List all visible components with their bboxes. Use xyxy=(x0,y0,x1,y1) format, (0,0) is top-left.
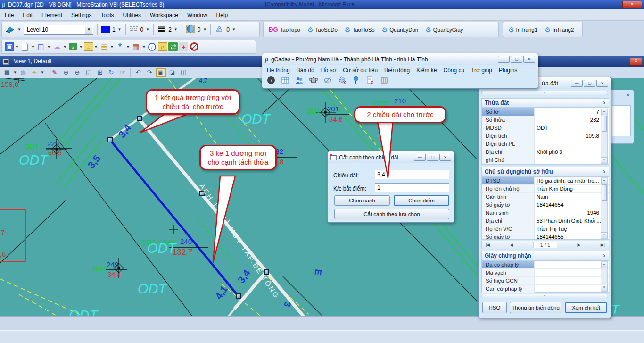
view-attributes-caret-icon[interactable]: ▼ xyxy=(13,70,17,75)
table-row[interactable]: Số tờ7 xyxy=(482,108,609,116)
scrollbar[interactable]: ▲▼ xyxy=(601,109,608,164)
table-row[interactable]: MDSDODT xyxy=(482,124,609,132)
priority-caret-icon[interactable]: ▼ xyxy=(232,27,236,32)
brightness-caret-icon[interactable]: ▼ xyxy=(41,70,44,75)
no-entry-icon[interactable] xyxy=(189,42,199,52)
panel-close-button[interactable]: ✕ xyxy=(596,80,608,87)
taotopo-button[interactable]: ĐGTaoTopo xyxy=(266,25,303,34)
find-icon[interactable]: * xyxy=(115,42,125,52)
line-style-icon[interactable] xyxy=(130,25,138,34)
table-row[interactable]: Địa chỉKhối phố 3 xyxy=(482,148,609,156)
zoom-in-icon[interactable]: ⊕ xyxy=(61,68,71,77)
level-combo[interactable]: Level 10 ▼ xyxy=(24,25,93,35)
menu-workspace[interactable]: Workspace xyxy=(150,12,178,18)
file-caret-icon[interactable]: ▼ xyxy=(31,45,35,49)
gcadas-menu-he-thong[interactable]: Hệ thống xyxy=(267,67,290,74)
new-file-icon[interactable] xyxy=(20,42,30,52)
section-header-thua-dat[interactable]: Thửa đất« xyxy=(481,98,609,108)
vertex-handle[interactable] xyxy=(236,293,241,299)
gcadas-menu-kiem-ke[interactable]: Kiểm kê xyxy=(416,67,437,74)
table-row[interactable]: Địa chỉ53 Phan Đình Giót, Khối ... xyxy=(482,217,609,225)
dialog-minimize-button[interactable]: — xyxy=(414,154,426,161)
quanlygiay-button[interactable]: ⚙QuanLyGiay xyxy=(423,25,465,35)
explorer-icon[interactable]: ⌕ xyxy=(158,42,167,51)
pager-next-button[interactable]: ▶ xyxy=(577,243,580,247)
transparency-icon[interactable] xyxy=(186,25,195,35)
collapse-chevron-icon[interactable]: « xyxy=(601,101,608,105)
menu-help[interactable]: Help xyxy=(216,12,228,18)
map-icon[interactable]: ▦ xyxy=(131,42,141,52)
brightness-icon[interactable]: ☀ xyxy=(29,68,40,77)
color-swatch[interactable] xyxy=(101,26,110,33)
info-icon[interactable]: i xyxy=(267,76,275,86)
fit-view-icon[interactable]: ⊞ xyxy=(95,68,105,77)
pager-prev-button[interactable]: ◀ xyxy=(510,243,513,247)
update-view-icon[interactable]: ✎ xyxy=(50,68,60,77)
print-organizer-icon[interactable]: ☁ xyxy=(52,42,62,52)
table-row[interactable]: Mã vạch xyxy=(482,269,609,277)
gcadas-maximize-button[interactable]: ▢ xyxy=(511,56,522,63)
chieu-dai-input[interactable]: 3,4 xyxy=(375,170,449,179)
quanlydon-button[interactable]: ⚙QuanLyDon xyxy=(380,25,421,35)
accusnap-icon[interactable]: + xyxy=(179,42,188,51)
saved-views-icon[interactable]: ▲ xyxy=(68,42,78,52)
document-delete-icon[interactable]: x xyxy=(366,76,374,86)
models-caret-icon[interactable]: ▼ xyxy=(15,45,19,49)
level-combo-caret-icon[interactable]: ▼ xyxy=(85,25,92,34)
window-caret-icon[interactable]: ▼ xyxy=(47,45,51,49)
taosodo-button[interactable]: ⚙TaoSoDo xyxy=(305,25,340,35)
vertex-handle[interactable] xyxy=(107,137,113,142)
copy-view-icon[interactable]: ▣ xyxy=(156,68,166,77)
print-caret-icon[interactable]: ▼ xyxy=(63,45,67,49)
vertex-handle[interactable] xyxy=(137,116,142,121)
menu-edit[interactable]: Edit xyxy=(23,12,33,18)
table-row[interactable]: Số hiệu GCN xyxy=(482,277,609,285)
exchange-icon[interactable]: ⇄ xyxy=(168,42,178,51)
table-row[interactable]: Họ tên chủ hộTrần Kim Đồng xyxy=(482,185,609,193)
active-element-icon[interactable] xyxy=(5,25,15,35)
menu-file[interactable]: File xyxy=(5,12,14,18)
gcadas-minimize-button[interactable]: — xyxy=(498,56,510,63)
levels-icon[interactable]: ≣ xyxy=(99,42,109,52)
gcadas-menu-co-so-du-lieu[interactable]: Cơ sở dữ liệu xyxy=(343,67,378,74)
close-button[interactable]: ✕ xyxy=(622,1,642,8)
collapse-chevron-icon[interactable]: « xyxy=(601,254,608,258)
references-icon[interactable]: ≡ xyxy=(84,42,93,51)
references-caret-icon[interactable]: ▼ xyxy=(94,45,98,49)
pin-icon[interactable] xyxy=(352,76,360,86)
close-icon[interactable]: ✕ xyxy=(626,92,630,98)
dialog-close-button[interactable]: ✕ xyxy=(439,154,451,161)
section-header-chu-su-dung[interactable]: Chủ sử dụng/chủ sở hữu« xyxy=(481,167,609,176)
chon-diem-button[interactable]: Chọn điểm xyxy=(394,195,449,206)
table-row[interactable]: Năm sinh1946 xyxy=(482,209,609,217)
layers-delete-icon[interactable]: x xyxy=(338,76,346,86)
menu-settings[interactable]: Settings xyxy=(71,12,91,18)
cat-canh-theo-lua-chon-button[interactable]: Cắt cạnh theo lựa chọn xyxy=(334,209,449,219)
eye-off-icon[interactable] xyxy=(323,76,332,86)
collapse-chevron-icon[interactable]: « xyxy=(601,170,608,174)
line-style-caret-icon[interactable]: ▼ xyxy=(146,27,149,32)
panel-collapse-grip[interactable]: ▲ xyxy=(481,91,608,95)
taohoso-button[interactable]: ⚙TaoHoSo xyxy=(342,25,377,35)
gcadas-menu-cong-cu[interactable]: Công cụ xyxy=(444,67,465,74)
line-weight-icon[interactable] xyxy=(157,25,166,34)
priority-icon[interactable] xyxy=(215,25,224,35)
table-row[interactable]: Diện tích PL xyxy=(482,140,609,148)
table-row[interactable]: Đã có pháp lý xyxy=(482,261,609,269)
clip-volume-icon[interactable]: ◪ xyxy=(167,68,177,77)
gcadas-menu-tro-giup[interactable]: Trợ giúp xyxy=(471,67,492,74)
xem-chi-tiet-button[interactable]: Xem chi tiết xyxy=(565,302,607,313)
active-element-caret-icon[interactable]: ▼ xyxy=(17,27,21,32)
panel-maximize-button[interactable]: ▢ xyxy=(584,80,595,87)
levels-caret-icon[interactable]: ▼ xyxy=(110,45,114,49)
thong-tin-bien-dong-button[interactable]: Thông tin biến động xyxy=(510,302,561,313)
menu-tools[interactable]: Tools xyxy=(100,12,114,18)
panel-collapse-grip[interactable]: ▼ xyxy=(481,294,608,298)
menu-utilities[interactable]: Utilities xyxy=(123,12,141,18)
map-caret-icon[interactable]: ▼ xyxy=(142,45,146,49)
dialog-maximize-button[interactable]: ▢ xyxy=(427,154,438,161)
table-row[interactable]: ghi Chú xyxy=(482,156,609,164)
scrollbar[interactable]: ▲≡ xyxy=(601,261,608,292)
zoom-out-icon[interactable]: ⊖ xyxy=(72,68,83,77)
menu-window[interactable]: Window xyxy=(187,12,207,18)
